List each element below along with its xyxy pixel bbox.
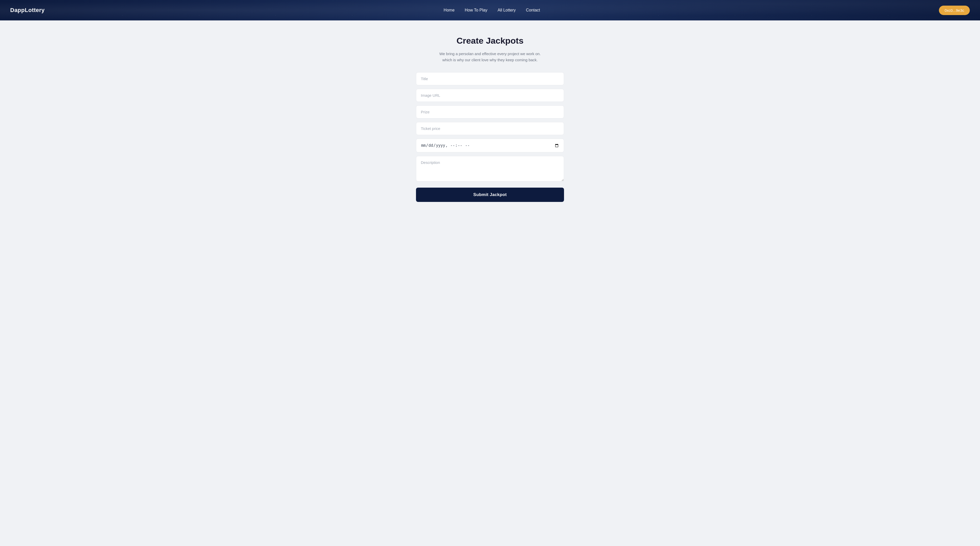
title-field-group [416, 72, 564, 85]
nav-contact[interactable]: Contact [526, 8, 540, 13]
form-title: Create Jackpots [416, 36, 564, 46]
nav-all-lottery[interactable]: All Lottery [498, 8, 516, 13]
nav-home[interactable]: Home [444, 8, 455, 13]
image-url-input[interactable] [416, 89, 564, 102]
create-jackpot-form-container: Create Jackpots We bring a persolan and … [416, 36, 564, 202]
nav-how-to-play[interactable]: How To Play [465, 8, 487, 13]
form-subtitle: We bring a persolan and effective every … [416, 51, 564, 63]
prize-field-group [416, 105, 564, 118]
nav-links: Home How To Play All Lottery Contact [444, 8, 540, 13]
image-url-field-group [416, 89, 564, 102]
datetime-field-group [416, 138, 564, 153]
wallet-button[interactable]: 0xc0...9e3c [939, 6, 970, 15]
main-content: Create Jackpots We bring a persolan and … [0, 21, 980, 546]
brand-logo: DappLottery [10, 7, 45, 14]
ticket-price-input[interactable] [416, 122, 564, 135]
submit-jackpot-button[interactable]: Submit Jackpot [416, 188, 564, 202]
navbar: DappLottery Home How To Play All Lottery… [0, 0, 980, 21]
ticket-price-field-group [416, 122, 564, 135]
title-input[interactable] [416, 72, 564, 85]
prize-input[interactable] [416, 105, 564, 118]
datetime-input[interactable] [416, 138, 564, 153]
jackpot-form: Submit Jackpot [416, 72, 564, 202]
description-field-group [416, 156, 564, 183]
description-textarea[interactable] [416, 156, 564, 181]
